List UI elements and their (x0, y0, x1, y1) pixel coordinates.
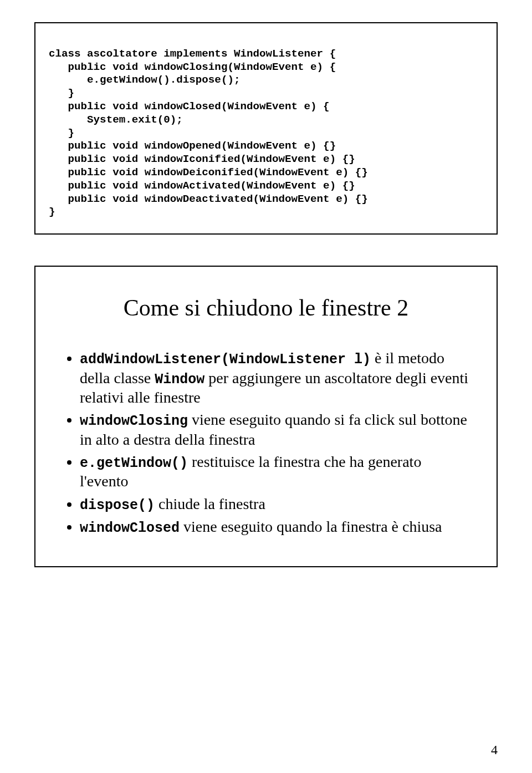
code-line: public void windowDeiconified(WindowEven… (49, 166, 368, 179)
code-line: public void windowOpened(WindowEvent e) … (49, 140, 336, 152)
code-line: public void windowIconified(WindowEvent … (49, 153, 355, 165)
page-number: 4 (491, 743, 498, 757)
inline-code: Window (155, 372, 204, 388)
inline-code: windowClosing (80, 413, 188, 429)
code-line: } (49, 127, 74, 139)
list-item: dispose() chiude la finestra (80, 495, 472, 515)
code-line: public void windowActivated(WindowEvent … (49, 180, 355, 192)
code-line: public void windowClosing(WindowEvent e)… (49, 61, 336, 73)
code-line: System.exit(0); (49, 114, 183, 126)
code-line: } (49, 87, 74, 99)
list-item: addWindowListener(WindowListener l) è il… (80, 349, 472, 407)
bullet-text: viene eseguito quando la finestra è chiu… (180, 518, 442, 535)
list-item: e.getWindow() restituisce la finestra ch… (80, 452, 472, 491)
text-slide: Come si chiudono le finestre 2 addWindow… (34, 266, 498, 567)
code-line: public void windowClosed(WindowEvent e) … (49, 100, 330, 113)
code-slide: class ascoltatore implements WindowListe… (34, 22, 498, 235)
list-item: windowClosed viene eseguito quando la fi… (80, 517, 472, 537)
inline-code: addWindowListener(WindowListener l) (80, 352, 371, 368)
bullet-list: addWindowListener(WindowListener l) è il… (60, 349, 472, 537)
inline-code: dispose() (80, 497, 155, 513)
list-item: windowClosing viene eseguito quando si f… (80, 410, 472, 449)
code-line: public void windowDeactivated(WindowEven… (49, 193, 368, 205)
bullet-text: chiude la finestra (155, 495, 265, 512)
code-line: e.getWindow().dispose(); (49, 74, 240, 86)
inline-code: e.getWindow() (80, 455, 188, 471)
inline-code: windowClosed (80, 520, 180, 536)
code-line: class ascoltatore implements WindowListe… (49, 48, 336, 60)
slide-title: Come si chiudono le finestre 2 (60, 294, 472, 321)
code-line: } (49, 206, 55, 218)
